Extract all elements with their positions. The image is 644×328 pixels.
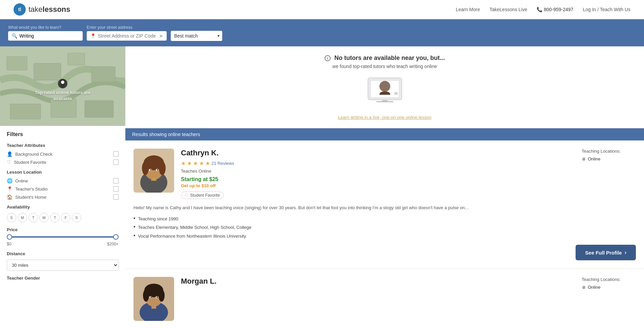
see-full-profile-button-cathryn[interactable]: See Full Profile › [576, 245, 636, 260]
day-wednesday[interactable]: W [39, 213, 49, 222]
svg-point-24 [159, 161, 166, 175]
distance-select-wrap: 5 miles 10 miles 20 miles 30 miles 50 mi… [7, 260, 119, 271]
price-min: $0 [7, 242, 11, 246]
svg-point-10 [61, 81, 64, 84]
star-2: ★ [187, 160, 192, 167]
day-tuesday[interactable]: T [28, 213, 38, 222]
day-sunday[interactable]: S [7, 213, 16, 222]
svg-point-40 [157, 297, 158, 298]
search-bar: What would you like to learn? 🔍 Enter yo… [0, 19, 644, 46]
see-full-profile-label-cathryn: See Full Profile [585, 250, 622, 256]
filters-title: Filters [7, 131, 119, 137]
search-address-group: Enter your street address 📍 ➤ [87, 25, 167, 41]
map-svg [0, 46, 125, 126]
main-nav: Learn More TakeLessons Live 📞 800-959-24… [456, 7, 630, 12]
location-online-morgan: Online [588, 285, 601, 290]
star-3: ★ [193, 160, 198, 167]
teach-with-us-link[interactable]: Teach With Us [600, 7, 630, 12]
background-check-checkbox[interactable] [113, 151, 119, 157]
filter-background-check: 👤 Background Check [7, 151, 119, 157]
online-illustration [365, 74, 405, 105]
avatar-svg-cathryn [133, 149, 174, 193]
lesson-location-title: Lesson Location [7, 170, 119, 175]
main-layout: Top-rated online tutors are available Fi… [0, 46, 644, 328]
nav-learn-more[interactable]: Learn More [456, 7, 480, 12]
header: tl takelessons Learn More TakeLessons Li… [0, 0, 644, 19]
search-subject-input[interactable] [19, 33, 79, 39]
card-actions-cathryn: See Full Profile › [133, 245, 636, 260]
logo-initials: tl [18, 7, 21, 12]
filter-students-home: 🏠 Student's Home [7, 194, 119, 200]
search-address-input[interactable] [98, 33, 157, 39]
search-subject-label: What would you like to learn? [8, 25, 83, 30]
teaching-loc-title-morgan: Teaching Locations: [582, 277, 636, 282]
logo-icon: tl [14, 3, 26, 16]
search-icon: 🔍 [12, 33, 17, 39]
distance-select[interactable]: 5 miles 10 miles 20 miles 30 miles 50 mi… [7, 260, 119, 271]
slider-thumb-left[interactable] [7, 234, 12, 240]
teachers-studio-checkbox[interactable] [113, 186, 119, 192]
teacher-name-morgan: Morgan L. [181, 277, 575, 286]
teacher-info-cathryn: Cathryn K. ★ ★ ★ ★ ★ 21 Reviews Teaches … [181, 149, 575, 199]
svg-point-35 [143, 289, 149, 302]
learn-link[interactable]: Learn writing in a live, one-on-one onli… [338, 115, 431, 120]
logo-text: takelessons [28, 5, 70, 14]
teacher-bullets-cathryn: • Teaching since 1990 • Teaches Elementa… [133, 216, 636, 240]
teaches-online-cathryn: Teaches Online [181, 169, 575, 174]
slider-fill [7, 236, 119, 238]
teacher-card-inner-morgan: Morgan L. Teaching Locations: 🖥 Online [133, 277, 636, 321]
info-icon: i [325, 55, 331, 61]
arrow-icon: › [625, 249, 626, 256]
teacher-info-morgan: Morgan L. [181, 277, 575, 321]
sort-select-wrap: Best match Price: Low to High Price: Hig… [171, 31, 222, 41]
price-max: $200+ [107, 242, 119, 246]
search-subject-wrap: 🔍 [8, 31, 83, 41]
svg-point-36 [159, 289, 165, 302]
svg-rect-16 [382, 100, 388, 101]
student-fav-badge-cathryn: ♡ Student Favorite [181, 192, 224, 199]
logo-text-bold: lessons [43, 5, 70, 14]
sort-select[interactable]: Best match Price: Low to High Price: Hig… [171, 31, 222, 41]
avatar-svg-morgan [133, 277, 174, 321]
bullet-education: • Vocal Performance from Northeastern Il… [133, 233, 636, 240]
nav-takelessons-live[interactable]: TakeLessons Live [490, 7, 527, 12]
availability-days: S M T W T F S [7, 213, 119, 222]
no-tutors-title: i No tutors are available near you, but.… [133, 54, 636, 62]
day-saturday[interactable]: S [72, 213, 81, 222]
right-panel: i No tutors are available near you, but.… [125, 46, 644, 328]
students-home-checkbox[interactable] [113, 194, 119, 200]
slider-thumb-right[interactable] [113, 234, 119, 240]
teacher-avatar-morgan [133, 277, 174, 321]
filter-online: 🌐 Online [7, 178, 119, 183]
sort-group: Sort Best match Price: Low to High Price… [171, 25, 222, 41]
teacher-attributes-title: Teacher Attributes [7, 143, 119, 148]
logo[interactable]: tl takelessons [14, 3, 70, 16]
login-link[interactable]: Log In [583, 7, 596, 12]
svg-point-39 [150, 297, 152, 298]
results-header: Results showing online teachers [125, 128, 644, 140]
gps-icon[interactable]: ➤ [159, 33, 163, 39]
student-favorite-checkbox[interactable] [113, 159, 119, 165]
reviews-link-cathryn[interactable]: 21 Reviews [211, 161, 234, 166]
price-slider[interactable] [7, 236, 119, 238]
background-check-label: Background Check [15, 152, 53, 157]
distance-title: Distance [7, 251, 119, 256]
monitor-icon: 🖥 [582, 157, 586, 161]
bullet-text-3: Vocal Performance from Northeastern Illi… [138, 233, 246, 240]
bullet-text-2: Teaches Elementary, Middle School, High … [138, 224, 251, 231]
filter-teachers-studio: 📍 Teacher's Studio [7, 186, 119, 192]
student-fav-label: Student Favorite [190, 193, 220, 198]
day-thursday[interactable]: T [50, 213, 60, 222]
pin-icon: 📍 [7, 186, 13, 192]
left-panel: Top-rated online tutors are available Fi… [0, 46, 125, 328]
map-label: Top-rated online tutors are available [35, 90, 90, 102]
price-title: Price [7, 227, 119, 232]
price-range: $0 $200+ [7, 242, 119, 246]
day-monday[interactable]: M [18, 213, 27, 222]
teaching-locations-cathryn: Teaching Locations: 🖥 Online [582, 149, 636, 199]
location-item-online-cathryn: 🖥 Online [582, 156, 636, 161]
day-friday[interactable]: F [61, 213, 70, 222]
teacher-card-morgan: Morgan L. Teaching Locations: 🖥 Online [125, 269, 644, 328]
globe-icon: 🌐 [7, 178, 13, 183]
online-checkbox[interactable] [113, 178, 119, 183]
